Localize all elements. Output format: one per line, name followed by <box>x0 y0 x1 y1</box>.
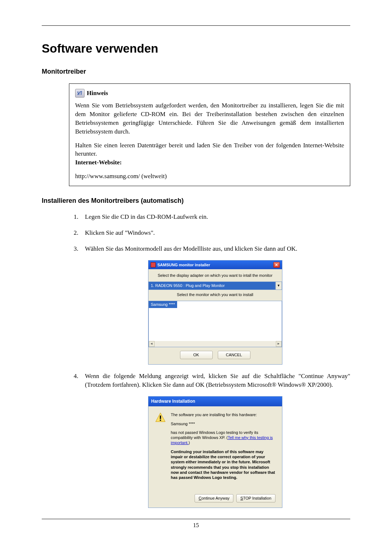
step-list: Legen Sie die CD in das CD-ROM-Laufwerk … <box>69 213 350 508</box>
step-3: Wählen Sie das Monitormodell aus der Mod… <box>80 245 350 253</box>
adapter-dropdown[interactable]: 1. RADEON 9550 : Plug and Play Monitor ▼ <box>148 282 282 290</box>
scroll-track[interactable] <box>155 341 276 347</box>
close-icon[interactable]: ✕ <box>273 262 280 268</box>
note-url: http://www.samsung.com/ (weltweit) <box>75 172 344 181</box>
horizontal-scrollbar[interactable]: ◄ ► <box>149 341 282 347</box>
dialog2-titlebar: Hardware Installation <box>148 397 282 406</box>
scroll-right-icon[interactable]: ► <box>276 341 282 347</box>
dialog1-wrap: SAMSUNG monitor installer ✕ Select the d… <box>80 260 350 365</box>
note-header: Hinweis <box>75 89 344 98</box>
hardware-installation-dialog: Hardware Installation The software you a… <box>148 396 282 508</box>
dialog2-p2: Samsung **** <box>171 421 275 426</box>
dialog1-title: SAMSUNG monitor installer <box>158 262 210 268</box>
page-title: Software verwenden <box>42 40 350 57</box>
svg-rect-0 <box>160 416 161 419</box>
continue-anyway-button[interactable]: Continue Anyway <box>195 494 233 502</box>
dialog1-title-icon <box>151 262 156 267</box>
monitor-list-item[interactable]: Samsung **** <box>149 301 177 308</box>
note-box: Hinweis Wenn Sie vom Betriebssystem aufg… <box>69 83 350 186</box>
stop-installation-button[interactable]: STOP Installation <box>236 494 275 502</box>
warning-icon <box>155 412 166 423</box>
note-title: Hinweis <box>87 89 108 98</box>
dialog2-p3: has not passed Windows Logo testing to v… <box>171 430 275 446</box>
step-1: Legen Sie die CD in das CD-ROM-Laufwerk … <box>80 213 350 221</box>
page-footer: 15 <box>42 519 350 529</box>
dialog2-wrap: Hardware Installation The software you a… <box>80 396 350 508</box>
ok-button[interactable]: OK <box>180 351 213 359</box>
monitor-listbox[interactable]: Samsung **** ◄ ► <box>148 301 282 347</box>
samsung-installer-dialog: SAMSUNG monitor installer ✕ Select the d… <box>148 260 282 365</box>
scroll-left-icon[interactable]: ◄ <box>149 341 155 347</box>
dialog2-p1: The software you are installing for this… <box>171 412 275 417</box>
dialog1-label1: Select the display adapter on which you … <box>154 273 277 278</box>
step-2: Klicken Sie auf "Windows". <box>80 229 350 237</box>
cancel-button[interactable]: CANCEL <box>218 351 250 359</box>
section-heading-1: Monitortreiber <box>42 67 350 76</box>
svg-rect-1 <box>160 420 161 421</box>
dialog1-titlebar: SAMSUNG monitor installer ✕ <box>148 260 282 269</box>
internet-label: Internet-Website: <box>75 159 122 166</box>
note-paragraph-2: Halten Sie einen leeren Datenträger bere… <box>75 141 344 167</box>
chevron-down-icon[interactable]: ▼ <box>275 282 282 290</box>
adapter-dropdown-value: 1. RADEON 9550 : Plug and Play Monitor <box>148 282 275 290</box>
top-rule <box>42 25 350 26</box>
dialog2-p4: Continuing your installation of this sof… <box>171 449 275 480</box>
section-heading-2: Installieren des Monitortreibers (automa… <box>42 196 350 205</box>
note-icon <box>75 89 85 98</box>
step-4: Wenn die folgende Meldung angezeigt wird… <box>80 372 350 389</box>
page-number: 15 <box>193 522 199 528</box>
dialog1-label2: Select the monitor which you want to ins… <box>154 292 277 297</box>
dialog2-text: The software you are installing for this… <box>171 412 275 484</box>
note-paragraph-1: Wenn Sie vom Betriebssystem aufgefordert… <box>75 101 344 136</box>
